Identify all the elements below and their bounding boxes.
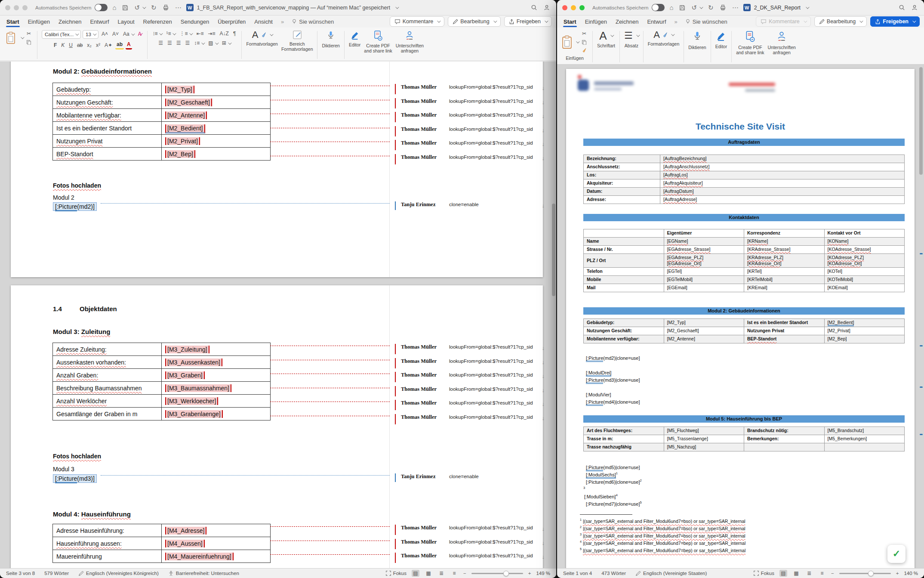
close-button[interactable]	[5, 5, 10, 10]
field-placeholder[interactable]: [M2_Bep]	[162, 148, 271, 161]
field-placeholder[interactable]: [EGEmail]	[664, 284, 744, 292]
right-scrollbar-thumb[interactable]	[919, 67, 923, 175]
table-row[interactable]: Bezeichnung: [AuftragBezeichnung]	[584, 155, 905, 163]
comment-arrow-icon[interactable]: ↓	[542, 345, 545, 351]
search-icon[interactable]	[531, 4, 537, 11]
table-row[interactable]: Akquisiteur: [AuftragAkquisiteur]	[584, 179, 905, 188]
shading-button[interactable]: ▨	[207, 40, 219, 47]
home-icon[interactable]: ⌂	[111, 4, 117, 11]
table-row[interactable]: Mauereinführung [M4_Mauereinfuehrung]	[53, 550, 271, 563]
comment-entry[interactable]: Thomas Müller lookupFrom=global:$?result…	[395, 372, 545, 386]
table-row[interactable]: Nutzungen Geschäft: [M2_Geschaeft] Nutzu…	[584, 327, 905, 335]
redo-icon[interactable]: ↻	[707, 4, 715, 11]
close-button[interactable]	[562, 5, 567, 10]
field-placeholder[interactable]: [M3_Werkloecher]	[162, 395, 271, 408]
paragraph-group-button[interactable]: ☰ Absatz	[624, 30, 639, 48]
clear-formatting-button[interactable]: A̷	[137, 31, 143, 38]
left-page-1[interactable]: Modul 2: Gebäudeinformationen Gebäudetyp…	[11, 62, 543, 277]
styles-button[interactable]: A Formatvorlagen	[246, 30, 278, 46]
field-placeholder[interactable]: [M2_Bedient]	[162, 122, 271, 135]
picture-line[interactable]: [:Picture(md7)|clone=use]5	[586, 501, 642, 507]
field-placeholder[interactable]: [KRAdresse_PLZ] [KRAdresse_Ort]	[744, 254, 825, 268]
zoom-out-button[interactable]: −	[463, 571, 466, 576]
modul2-table[interactable]: Gebäudetyp: [M2_Typ] Nutzungen Geschäft:…	[52, 83, 271, 161]
field-placeholder[interactable]: [AuftragDatum]	[660, 188, 905, 196]
line-spacing-button[interactable]: ↕≡	[193, 40, 205, 47]
presence-icon[interactable]	[911, 4, 918, 11]
subscript-button[interactable]: x₂	[86, 42, 93, 49]
comment-arrow-icon[interactable]: ↓	[542, 85, 545, 91]
zoom-percent[interactable]: 140 %	[904, 571, 918, 576]
minimize-button[interactable]	[14, 5, 19, 10]
field-placeholder[interactable]: [AuftragAnschlussnetz]	[660, 163, 905, 171]
print-icon[interactable]	[161, 4, 170, 11]
field-placeholder[interactable]: [M2_Typ]	[664, 319, 744, 327]
field-placeholder[interactable]: [KOTel]	[824, 268, 905, 276]
table-row[interactable]: Mobile [EGTelMobil] [KRTelMobil] [KOTelM…	[584, 276, 905, 284]
comment-entry[interactable]: Thomas Müller lookupFrom=global:$?result…	[395, 553, 545, 567]
comment-arrow-icon[interactable]: ↓	[542, 359, 545, 365]
tab-overflow-icon[interactable]: »	[675, 19, 678, 25]
table-row[interactable]: Los: [AuftragLos]	[584, 171, 905, 179]
field-placeholder[interactable]: [AuftragBezeichnung]	[660, 155, 905, 163]
field-placeholder[interactable]: [EGTelMobil]	[664, 276, 744, 284]
table-row[interactable]: Mobilantenne verfügbar: [M2_Antenne] BEP…	[584, 335, 905, 343]
table-row[interactable]: Beschreibung Baumassnahmen [M3_Baumassna…	[53, 382, 271, 395]
title-menu-chevron-icon[interactable]	[395, 5, 399, 9]
styles-button[interactable]: A Formatvorlagen	[648, 30, 680, 46]
table-row[interactable]: Mobilantenne verfügbar: [M2_Antenne]	[53, 109, 271, 122]
right-document-area[interactable]: Technische Site Visit Auftragsdaten Beze…	[557, 65, 924, 568]
field-placeholder[interactable]: [EGAdresse_Strasse]	[664, 246, 744, 254]
search-icon[interactable]	[899, 4, 905, 11]
borders-button[interactable]: ⊞	[221, 40, 232, 47]
document-title[interactable]: 2_DK_SAR_Report	[754, 5, 801, 11]
zoom-out-button[interactable]: −	[831, 571, 834, 576]
field-placeholder[interactable]: [M4_Mauereinfuehrung]	[162, 550, 271, 563]
table-row[interactable]: Hauseinführung aussen: [M4_Aussen]	[53, 537, 271, 550]
field-placeholder[interactable]: [EGName]	[664, 238, 744, 246]
picture-line[interactable]: [:Picture(md6)|clone=use]2	[586, 479, 642, 485]
shrink-font-button[interactable]: A˅	[111, 31, 120, 38]
tell-me-control[interactable]: Sie wünschen	[685, 19, 727, 25]
tab-referenzen[interactable]: Referenzen	[143, 17, 172, 27]
web-layout-view-button[interactable]: ▦	[425, 570, 432, 577]
field-placeholder[interactable]: [M5_Nachzug]	[664, 443, 744, 451]
table-row[interactable]: Adresse Hauseinführung: [M4_Adresse]	[53, 524, 271, 537]
presence-icon[interactable]	[543, 4, 550, 11]
field-placeholder[interactable]: [M2_Bep]	[824, 335, 905, 343]
auftragsdaten-table[interactable]: Bezeichnung: [AuftragBezeichnung] Anschl…	[583, 155, 905, 204]
table-row[interactable]: Name [EGName] [KRName] [KOName]	[584, 238, 905, 246]
focus-mode-button[interactable]: Fokus	[754, 571, 774, 576]
tab-einfuegen[interactable]: Einfügen	[28, 17, 50, 27]
picture-line[interactable]: [:Picture(md4)|clone=use]	[586, 399, 640, 405]
picture-line[interactable]: [:Picture(md5)|clone=use]	[586, 464, 640, 470]
proofing-language[interactable]: Englisch (Vereinigte Staaten)	[635, 571, 707, 576]
field-placeholder[interactable]: [M5_Trassenlaenge]	[664, 435, 744, 443]
field-placeholder[interactable]: [M2_Privat]	[162, 135, 271, 148]
field-placeholder[interactable]: [EGTel]	[664, 268, 744, 276]
zoom-in-button[interactable]: +	[528, 571, 531, 576]
decrease-indent-button[interactable]: ⇤≡	[195, 30, 205, 37]
table-row[interactable]: Trasse in m: [M5_Trassenlaenge] Bemerkun…	[584, 435, 905, 443]
web-layout-view-button[interactable]: ▦	[792, 570, 800, 577]
bold-button[interactable]: F	[52, 42, 58, 49]
field-placeholder[interactable]: [KRTelMobil]	[744, 276, 825, 284]
field-placeholder[interactable]: [KRTel]	[744, 268, 825, 276]
word-count[interactable]: 473 Wörter	[601, 571, 626, 576]
sort-button[interactable]: A↓Z	[219, 30, 230, 37]
outline-view-button[interactable]: ≣	[805, 570, 813, 577]
font-name-select[interactable]: Calibri (Tex...	[42, 30, 81, 39]
share-button[interactable]: Freigeben	[504, 16, 552, 27]
more-toolbar-icon[interactable]: ⋯	[731, 4, 740, 11]
picture-md3-placeholder[interactable]: [:Picture(md3)]	[53, 474, 97, 483]
modul4-table[interactable]: Adresse Hauseinführung: [M4_Adresse] Hau…	[52, 524, 271, 563]
field-placeholder[interactable]: [M2_Antenne]	[664, 335, 744, 343]
title-menu-chevron-icon[interactable]	[806, 5, 809, 9]
word-count[interactable]: 579 Wörter	[44, 571, 69, 576]
autosave-toggle[interactable]	[652, 4, 665, 11]
comment-entry[interactable]: Thomas Müller lookupFrom=global:$?result…	[395, 400, 545, 414]
outline-view-button[interactable]: ≣	[437, 570, 445, 577]
comment-arrow-icon[interactable]: ↓	[542, 127, 545, 133]
tab-layout[interactable]: Layout	[117, 17, 135, 27]
tab-sendungen[interactable]: Sendungen	[180, 17, 210, 27]
